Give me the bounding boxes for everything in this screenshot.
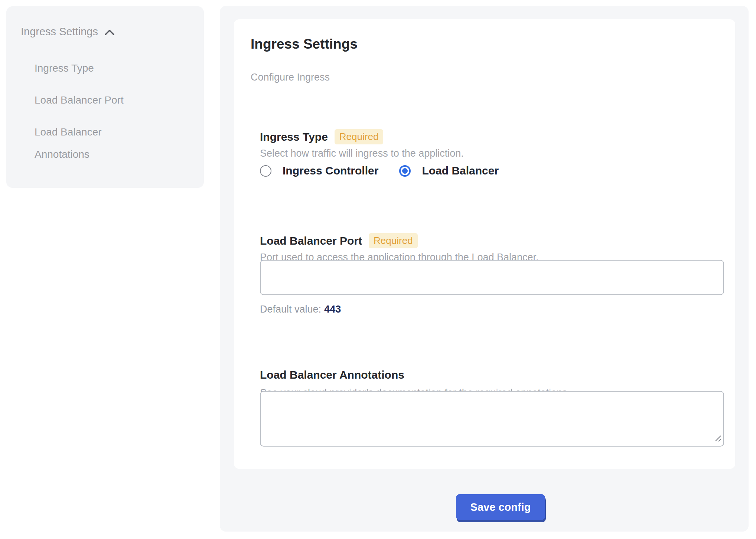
radio-ingress-controller[interactable]: Ingress Controller xyxy=(260,164,378,177)
sidebar-item-load-balancer-annotations[interactable]: Load Balancer Annotations xyxy=(35,121,146,166)
page-subtitle: Configure Ingress xyxy=(251,72,330,83)
sidebar-item-ingress-type[interactable]: Ingress Type xyxy=(35,57,146,79)
default-value: 443 xyxy=(324,304,341,315)
required-badge: Required xyxy=(369,233,418,248)
settings-sidebar: Ingress Settings Ingress Type Load Balan… xyxy=(6,6,204,188)
lb-port-default-row: Default value:443 xyxy=(260,304,341,315)
chevron-up-icon xyxy=(104,27,115,36)
lb-annotations-textarea[interactable] xyxy=(260,391,724,447)
save-config-button[interactable]: Save config xyxy=(456,494,545,520)
radio-load-balancer[interactable]: Load Balancer xyxy=(399,164,499,177)
lb-annotations-heading: Load Balancer Annotations xyxy=(260,369,404,381)
lb-annotations-textarea-wrap xyxy=(260,391,724,447)
radio-label: Ingress Controller xyxy=(283,164,378,177)
default-value-label: Default value: xyxy=(260,304,321,315)
lb-annotations-heading-row: Load Balancer Annotations xyxy=(260,369,404,381)
lb-port-input[interactable] xyxy=(260,260,724,295)
sidebar-item-list: Ingress Type Load Balancer Port Load Bal… xyxy=(35,57,146,166)
sidebar-group-ingress-settings[interactable]: Ingress Settings xyxy=(21,26,193,38)
radio-label: Load Balancer xyxy=(422,164,499,177)
radio-circle-icon xyxy=(260,165,271,177)
sidebar-item-load-balancer-port[interactable]: Load Balancer Port xyxy=(35,89,146,111)
ingress-type-description: Select how traffic will ingress to the a… xyxy=(260,148,464,159)
lb-port-heading: Load Balancer Port xyxy=(260,235,362,247)
page-title: Ingress Settings xyxy=(251,36,358,52)
ingress-type-radio-group: Ingress Controller Load Balancer xyxy=(260,164,499,177)
lb-port-heading-row: Load Balancer Port Required xyxy=(260,233,418,248)
main-panel: Ingress Settings Configure Ingress Ingre… xyxy=(220,6,749,532)
ingress-type-heading-row: Ingress Type Required xyxy=(260,129,383,144)
ingress-type-heading: Ingress Type xyxy=(260,131,328,143)
ingress-settings-card: Ingress Settings Configure Ingress Ingre… xyxy=(234,19,735,469)
radio-circle-icon xyxy=(399,165,411,177)
sidebar-group-label: Ingress Settings xyxy=(21,26,98,38)
required-badge: Required xyxy=(335,129,384,144)
